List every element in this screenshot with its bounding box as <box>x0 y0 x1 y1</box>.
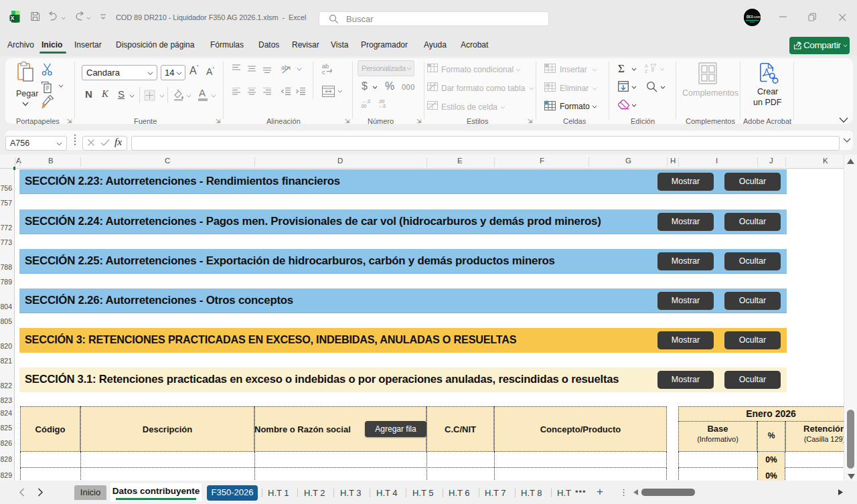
svg-text:ab: ab <box>281 64 288 71</box>
svg-text:.00: .00 <box>360 104 366 108</box>
svg-text:c: c <box>322 69 325 75</box>
svg-text:Z: Z <box>645 69 648 74</box>
svg-text:.00: .00 <box>378 99 384 104</box>
svg-text:RED.com: RED.com <box>747 15 760 19</box>
svg-text:←.0: ←.0 <box>362 99 370 104</box>
svg-text:→.0: →.0 <box>378 104 386 108</box>
svg-text:A: A <box>645 64 648 68</box>
svg-text:X: X <box>10 15 14 21</box>
